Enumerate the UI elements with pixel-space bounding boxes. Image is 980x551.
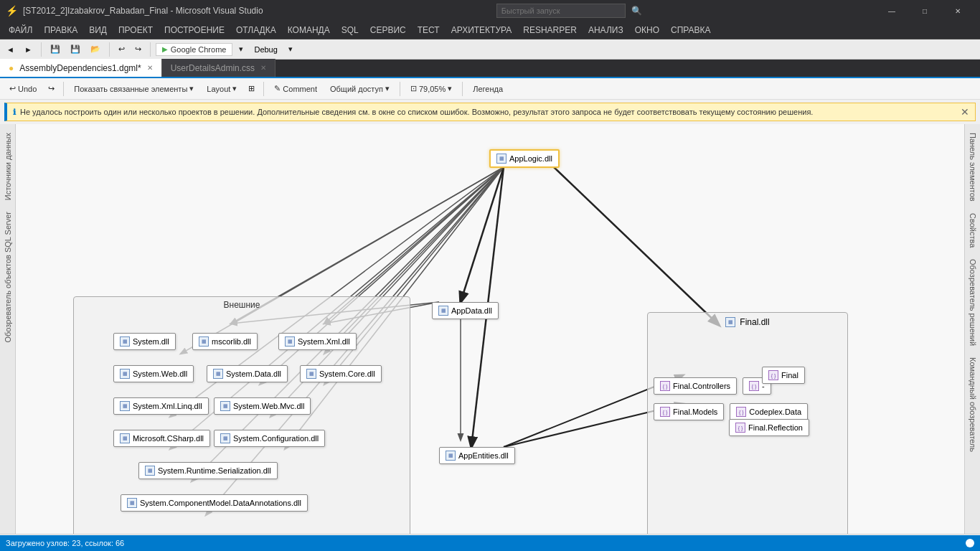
forward-button[interactable]: ► (21, 42, 36, 57)
save-button[interactable]: 💾 (47, 42, 64, 57)
menu-help[interactable]: СПРАВКА (665, 22, 717, 39)
svg-line-12 (461, 167, 504, 302)
node-final-models[interactable]: { } Final.Models (654, 403, 724, 420)
right-panel-properties[interactable]: Свойства (969, 207, 977, 253)
open-button[interactable]: 📂 (87, 42, 104, 57)
namespace-icon: { } (736, 407, 746, 417)
run-dropdown[interactable]: ▾ (235, 42, 247, 57)
namespace-icon: { } (735, 423, 745, 433)
node-final-reflection[interactable]: { } Final.Reflection (729, 419, 809, 436)
menu-build[interactable]: ПОСТРОЕНИЕ (159, 22, 230, 39)
diagram-canvas[interactable]: Внешние ▦ System.dll ▦ mscorlib.dll ▦ Sy… (16, 124, 964, 534)
node-label: Final.Controllers (673, 382, 730, 390)
menu-project[interactable]: ПРОЕКТ (113, 22, 159, 39)
menu-debug[interactable]: ОТЛАДКА (230, 22, 282, 39)
node-system-dll[interactable]: ▦ System.dll (113, 333, 176, 350)
back-button[interactable]: ◄ (3, 42, 18, 57)
comment-button[interactable]: ✎ Comment (269, 80, 322, 98)
left-panel: Источники данных Обозреватель объектов S… (0, 124, 16, 534)
node-final-namespace[interactable]: { } Final (762, 367, 805, 384)
undo-toolbar-button[interactable]: ↩ (115, 42, 128, 57)
assembly-icon: ▦ (127, 498, 137, 508)
layout-button[interactable]: Layout ▾ (202, 80, 242, 98)
assembly-icon: ▦ (725, 317, 735, 327)
run-button[interactable]: ▶ Google Chrome (156, 43, 233, 56)
node-label: mscorlib.dll (212, 337, 251, 346)
legend-button[interactable]: Легенда (468, 80, 508, 98)
close-button[interactable]: ✕ (941, 0, 974, 22)
node-appdata-dll[interactable]: ▦ AppData.dll (432, 302, 499, 319)
minimize-button[interactable]: — (875, 0, 908, 22)
left-panel-datasources[interactable]: Источники данных (4, 127, 12, 206)
node-label: System.Configuration.dll (233, 434, 319, 443)
maximize-button[interactable]: □ (908, 0, 941, 22)
node-system-componentmodel-dll[interactable]: ▦ System.ComponentModel.DataAnnotations.… (121, 494, 308, 512)
menu-service[interactable]: СЕРВИС (364, 22, 412, 39)
node-system-web-mvc-dll[interactable]: ▦ System.Web.Mvc.dll (214, 397, 311, 415)
diag-sep-1 (63, 82, 64, 96)
tab-assembly-dependencies[interactable]: ● AssemblyDependencies1.dgml* ✕ (0, 59, 162, 77)
assembly-icon: ▦ (120, 369, 130, 379)
show-related-button[interactable]: Показать связанные элементы ▾ (69, 80, 199, 98)
undo-label: Undo (18, 85, 37, 93)
node-system-data-dll[interactable]: ▦ System.Data.dll (207, 365, 288, 382)
menu-team[interactable]: КОМАНДА (282, 22, 336, 39)
menu-view[interactable]: ВИД (83, 22, 113, 39)
namespace-icon: { } (749, 381, 759, 391)
node-label: System.Xml.dll (298, 337, 350, 346)
info-close-button[interactable]: ✕ (961, 106, 969, 118)
left-panel-sql-explorer[interactable]: Обозреватель объектов SQL Server (4, 206, 12, 349)
tab-close-assembly[interactable]: ✕ (147, 64, 153, 72)
namespace-icon: { } (660, 381, 670, 391)
tab-modified-indicator: ● (9, 63, 14, 73)
right-panel-toolbox[interactable]: Панель элементов (969, 127, 977, 207)
node-codeplex-data[interactable]: { } Codeplex.Data (730, 403, 808, 420)
app-icon: ⚡ (6, 5, 17, 17)
menu-file[interactable]: ФАЙЛ (3, 22, 38, 39)
redo-diagram-button[interactable]: ↪ (44, 81, 58, 97)
node-final-controllers[interactable]: { } Final.Controllers (654, 377, 737, 395)
assembly-icon: ▦ (120, 433, 130, 443)
save-all-button[interactable]: 💾 (67, 42, 84, 57)
diag-sep-3 (400, 82, 400, 96)
tab-user-details-admin[interactable]: UserDetailsAdmin.css ✕ (162, 59, 275, 77)
node-label: Codeplex.Data (749, 408, 801, 416)
assembly-icon: ▦ (285, 336, 295, 347)
menu-resharper[interactable]: RESHARPER (517, 22, 583, 39)
zoom-selector[interactable]: ⊡ 79,05% ▾ (405, 80, 457, 98)
config-dropdown[interactable]: ▾ (285, 42, 296, 57)
external-group: Внешние ▦ System.dll ▦ mscorlib.dll ▦ Sy… (73, 296, 410, 534)
undo-button[interactable]: ↩ Undo (4, 80, 42, 98)
node-system-xml-linq-dll[interactable]: ▦ System.Xml.Linq.dll (113, 397, 209, 415)
menu-analyze[interactable]: АНАЛИЗ (583, 22, 629, 39)
quick-launch-input[interactable] (496, 4, 626, 18)
menu-architecture[interactable]: АРХИТЕКТУРА (446, 22, 518, 39)
node-system-core-dll[interactable]: ▦ System.Core.dll (300, 365, 382, 382)
menu-sql[interactable]: SQL (336, 22, 364, 39)
play-icon: ▶ (162, 45, 168, 53)
node-applogic-dll[interactable]: ▦ AppLogic.dll (489, 149, 560, 168)
node-appentities-dll[interactable]: ▦ AppEntities.dll (439, 447, 515, 464)
node-system-runtime-serialization-dll[interactable]: ▦ System.Runtime.Serialization.dll (138, 462, 278, 479)
node-microsoft-csharp-dll[interactable]: ▦ Microsoft.CSharp.dll (113, 430, 210, 447)
assembly-icon: ▦ (145, 466, 155, 476)
node-label: AppData.dll (451, 306, 492, 315)
menu-edit[interactable]: ПРАВКА (38, 22, 83, 39)
node-system-xml-dll[interactable]: ▦ System.Xml.dll (278, 333, 357, 350)
redo-toolbar-button[interactable]: ↪ (131, 42, 145, 57)
share-label: Общий доступ (330, 85, 383, 93)
right-panel-solution-explorer[interactable]: Обозреватель решений (969, 253, 977, 352)
node-label: Final (781, 371, 798, 380)
assembly-icon: ▦ (438, 306, 448, 316)
node-system-configuration-dll[interactable]: ▦ System.Configuration.dll (214, 430, 325, 447)
menu-window[interactable]: ОКНО (629, 22, 665, 39)
menu-test[interactable]: ТЕСТ (412, 22, 446, 39)
share-button[interactable]: Общий доступ ▾ (325, 80, 395, 98)
node-system-web-dll[interactable]: ▦ System.Web.dll (113, 365, 194, 382)
tab-close-userdetails[interactable]: ✕ (260, 64, 266, 72)
node-mscorlib-dll[interactable]: ▦ mscorlib.dll (192, 333, 258, 350)
layout-icon-button[interactable]: ⊞ (245, 81, 258, 97)
right-panel-team-explorer[interactable]: Командный обозреватель (969, 352, 977, 458)
show-related-label: Показать связанные элементы (74, 85, 187, 93)
tab-label-userdetails: UserDetailsAdmin.css (171, 63, 255, 73)
